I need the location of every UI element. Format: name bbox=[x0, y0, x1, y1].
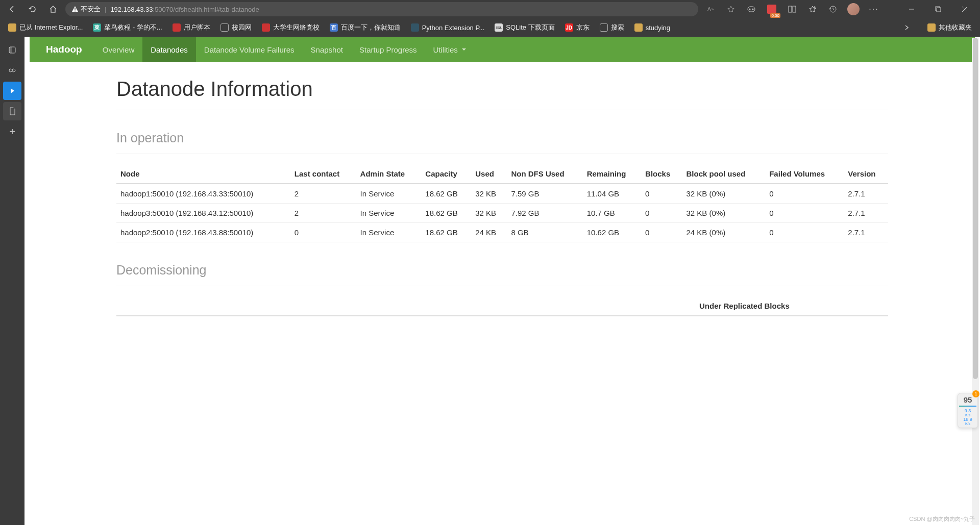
home-button[interactable] bbox=[45, 1, 61, 17]
table-header: Version bbox=[844, 164, 888, 184]
table-cell: 32 KB (0%) bbox=[682, 204, 766, 223]
extension-icon-1[interactable] bbox=[743, 1, 760, 17]
table-cell: 0 bbox=[641, 223, 682, 242]
red-icon bbox=[173, 23, 181, 32]
back-button[interactable] bbox=[4, 1, 20, 17]
svg-rect-9 bbox=[937, 8, 941, 12]
bookmark-item[interactable]: 菜菜鸟教程 - 学的不... bbox=[89, 21, 166, 34]
divider bbox=[116, 110, 888, 110]
history-icon[interactable] bbox=[825, 1, 841, 17]
table-cell: In Service bbox=[356, 184, 422, 204]
red-icon bbox=[262, 23, 270, 32]
table-cell: 2 bbox=[290, 184, 356, 204]
url-text: 192.168.43.33:50070/dfshealth.html#tab-d… bbox=[110, 6, 259, 13]
table-header: Remaining bbox=[583, 164, 641, 184]
security-label: 不安全 bbox=[81, 5, 101, 14]
table-cell: 2.7.1 bbox=[844, 204, 888, 223]
close-button[interactable] bbox=[953, 1, 976, 17]
section-in-operation: In operation bbox=[116, 131, 888, 145]
bookmark-item[interactable]: 搜索 bbox=[596, 21, 628, 34]
extension-icon-2[interactable]: 0.50 bbox=[764, 1, 780, 17]
nav-overview[interactable]: Overview bbox=[94, 37, 143, 62]
hadoop-navbar: Hadoop OverviewDatanodesDatanode Volume … bbox=[30, 37, 975, 62]
table-header: Failed Volumes bbox=[765, 164, 844, 184]
table-cell: 2 bbox=[290, 204, 356, 223]
table-cell: 18.62 GB bbox=[421, 204, 471, 223]
network-monitor-widget[interactable]: 1 95 9.3 K/s 18.9 K/s bbox=[958, 393, 978, 428]
sidebar-add-icon[interactable]: + bbox=[3, 122, 21, 141]
file-icon bbox=[600, 23, 608, 32]
table-cell: 11.04 GB bbox=[583, 184, 641, 204]
profile-avatar[interactable] bbox=[845, 1, 862, 17]
address-bar[interactable]: 不安全 | 192.168.43.33:50070/dfshealth.html… bbox=[65, 2, 698, 16]
table-header: Under Replicated Blocks bbox=[695, 296, 888, 316]
bookmark-item[interactable]: 校园网 bbox=[216, 21, 256, 34]
bookmark-item[interactable]: studying bbox=[630, 21, 674, 34]
table-cell: 0 bbox=[765, 223, 844, 242]
section-decommissioning: Decomissioning bbox=[116, 263, 888, 278]
decommissioning-table: Under Replicated Blocks bbox=[116, 296, 888, 316]
blue-icon: 百 bbox=[330, 23, 338, 32]
green-icon: 菜 bbox=[93, 23, 101, 32]
favorites-button[interactable] bbox=[804, 1, 821, 17]
table-row: hadoop1:50010 (192.168.43.33:50010)2In S… bbox=[116, 184, 888, 204]
table-header: Blocks bbox=[641, 164, 682, 184]
hadoop-brand[interactable]: Hadoop bbox=[46, 44, 82, 55]
table-cell: 24 KB bbox=[471, 223, 507, 242]
sql-icon: SQL bbox=[495, 23, 503, 32]
bookmark-item[interactable]: 大学生网络党校 bbox=[258, 21, 324, 34]
table-cell: 0 bbox=[765, 204, 844, 223]
bookmark-item[interactable]: 已从 Internet Explor... bbox=[4, 21, 87, 34]
table-cell: 7.59 GB bbox=[507, 184, 582, 204]
svg-point-4 bbox=[752, 9, 754, 10]
table-header: Used bbox=[471, 164, 507, 184]
favorite-icon[interactable] bbox=[723, 1, 739, 17]
bookmark-overflow-icon[interactable] bbox=[898, 19, 915, 36]
bookmark-item[interactable]: JD京东 bbox=[561, 21, 594, 34]
bookmark-item[interactable]: 百百度一下，你就知道 bbox=[326, 21, 405, 34]
bookmark-other[interactable]: 其他收藏夹 bbox=[923, 21, 976, 34]
table-cell: 10.7 GB bbox=[583, 204, 641, 223]
refresh-button[interactable] bbox=[24, 1, 41, 17]
read-aloud-icon[interactable]: A» bbox=[702, 1, 719, 17]
nav-snapshot[interactable]: Snapshot bbox=[303, 37, 351, 62]
sidebar-play-icon[interactable] bbox=[3, 82, 21, 100]
table-cell: hadoop3:50010 (192.168.43.12:50010) bbox=[116, 204, 290, 223]
split-screen-icon[interactable] bbox=[784, 1, 800, 17]
table-cell: 2.7.1 bbox=[844, 184, 888, 204]
divider bbox=[116, 154, 888, 154]
sidebar-tabs-icon[interactable] bbox=[3, 41, 21, 59]
folder-icon bbox=[8, 23, 16, 32]
bookmark-bar: 已从 Internet Explor...菜菜鸟教程 - 学的不...用户脚本校… bbox=[0, 18, 980, 37]
bookmark-item[interactable]: 用户脚本 bbox=[168, 21, 214, 34]
svg-rect-0 bbox=[75, 8, 76, 10]
table-header: Node bbox=[116, 164, 290, 184]
nav-utilities[interactable]: Utilities bbox=[425, 37, 474, 62]
bookmark-item[interactable]: Python Extension P... bbox=[407, 21, 489, 34]
caret-icon bbox=[462, 48, 466, 51]
warning-icon bbox=[71, 6, 79, 13]
minimize-button[interactable] bbox=[900, 1, 923, 17]
table-cell: 0 bbox=[641, 184, 682, 204]
file-icon bbox=[220, 23, 229, 32]
table-cell: 2.7.1 bbox=[844, 223, 888, 242]
folder-icon bbox=[634, 23, 643, 32]
table-cell: hadoop2:50010 (192.168.43.88:50010) bbox=[116, 223, 290, 242]
nav-startup-progress[interactable]: Startup Progress bbox=[351, 37, 425, 62]
scrollbar[interactable] bbox=[972, 38, 979, 525]
nav-datanodes[interactable]: Datanodes bbox=[142, 37, 196, 62]
nav-datanode-volume-failures[interactable]: Datanode Volume Failures bbox=[196, 37, 303, 62]
table-cell: 0 bbox=[765, 184, 844, 204]
maximize-button[interactable] bbox=[927, 1, 949, 17]
bookmark-item[interactable]: SQLSQLite 下载页面 bbox=[491, 21, 558, 34]
more-icon[interactable]: ··· bbox=[866, 1, 882, 17]
svg-rect-2 bbox=[748, 7, 755, 12]
table-cell: 7.92 GB bbox=[507, 204, 582, 223]
table-header: Block pool used bbox=[682, 164, 766, 184]
py-icon bbox=[411, 23, 419, 32]
sidebar-file-icon[interactable] bbox=[3, 102, 21, 120]
datanodes-table: NodeLast contactAdmin StateCapacityUsedN… bbox=[116, 164, 888, 242]
sidebar-tools-icon[interactable] bbox=[3, 61, 21, 80]
table-header: Capacity bbox=[421, 164, 471, 184]
table-header: Last contact bbox=[290, 164, 356, 184]
